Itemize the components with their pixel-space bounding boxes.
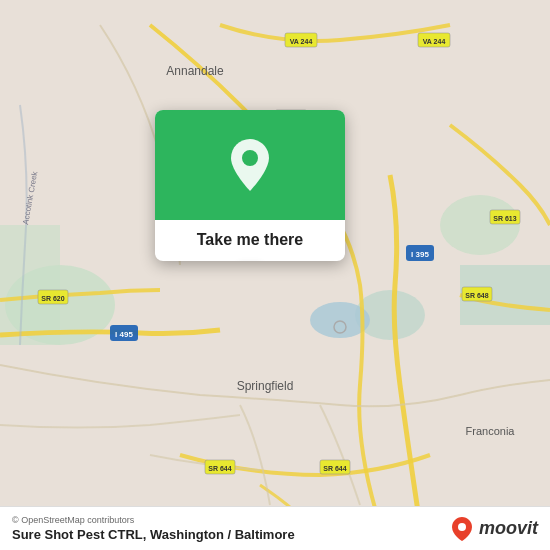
- popup-card: Take me there: [155, 110, 345, 261]
- svg-text:SR 620: SR 620: [41, 295, 64, 302]
- svg-point-2: [440, 195, 520, 255]
- svg-point-33: [458, 523, 466, 531]
- svg-rect-4: [0, 225, 60, 345]
- location-name: Sure Shot Pest CTRL, Washington / Baltim…: [12, 527, 295, 542]
- moovit-wordmark: moovit: [479, 518, 538, 539]
- svg-text:Annandale: Annandale: [166, 64, 224, 78]
- attribution-bar: © OpenStreetMap contributors Sure Shot P…: [0, 506, 550, 550]
- svg-text:Franconia: Franconia: [466, 425, 516, 437]
- location-pin-icon: [226, 137, 274, 193]
- svg-text:VA 244: VA 244: [423, 38, 446, 45]
- attribution-left: © OpenStreetMap contributors Sure Shot P…: [12, 515, 295, 542]
- map-container: I 495 I 395 SR 620 SR 613 SR 648 VA 236 …: [0, 0, 550, 550]
- take-me-there-button[interactable]: Take me there: [171, 230, 329, 249]
- svg-text:I 395: I 395: [411, 250, 429, 259]
- svg-text:VA 244: VA 244: [290, 38, 313, 45]
- svg-text:I 495: I 495: [115, 330, 133, 339]
- map-background: I 495 I 395 SR 620 SR 613 SR 648 VA 236 …: [0, 0, 550, 550]
- moovit-logo: moovit: [451, 516, 538, 542]
- svg-text:SR 648: SR 648: [465, 292, 488, 299]
- osm-attribution: © OpenStreetMap contributors: [12, 515, 295, 525]
- svg-text:SR 644: SR 644: [208, 465, 231, 472]
- svg-text:Springfield: Springfield: [237, 379, 294, 393]
- popup-green-area: [155, 110, 345, 220]
- svg-text:SR 613: SR 613: [493, 215, 516, 222]
- svg-point-32: [242, 150, 258, 166]
- popup-label-area: Take me there: [155, 220, 345, 261]
- svg-text:SR 644: SR 644: [323, 465, 346, 472]
- moovit-pin-icon: [451, 516, 473, 542]
